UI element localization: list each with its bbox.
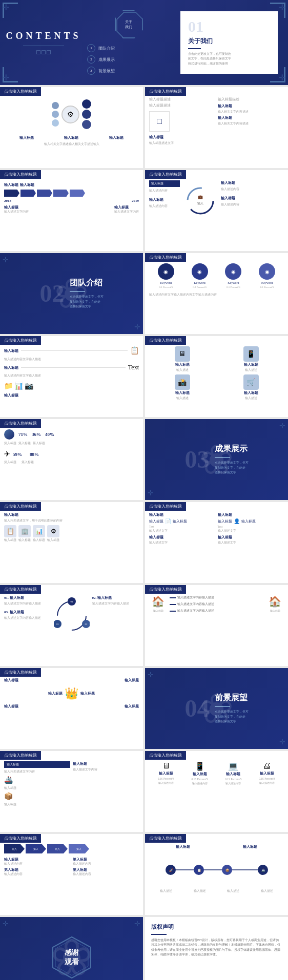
label-1-title: 输入标题 bbox=[19, 135, 34, 140]
label-3-title: 输入标题 bbox=[109, 135, 124, 140]
7b-c2-l: 输入标题 bbox=[218, 519, 232, 524]
right-desc1: 输入描述内容 bbox=[221, 187, 252, 191]
tt-3: 第入标题 输入描述内容 bbox=[4, 868, 71, 876]
deco-04-br: ✛ bbox=[279, 738, 285, 746]
row-3: 点击输入您的标题 输入标题 输入标题 2018 2019 输入标题 bbox=[0, 170, 288, 251]
year-input-labels: 输入标题 输入描述文字内容 输入标题 输入描述文字内容 bbox=[4, 205, 139, 214]
cr3 bbox=[82, 120, 91, 129]
7b-c4: 输入标题 输入描述文字 bbox=[218, 535, 284, 545]
dev2-icon: 📱 bbox=[195, 761, 205, 771]
kw-circle-3: ◉ bbox=[225, 263, 241, 280]
card2-desc: 输入描述 bbox=[245, 368, 257, 372]
7b-c2-row: 输入标题 👤 输入标题 bbox=[218, 518, 284, 524]
ta1-label: 输入 bbox=[12, 847, 17, 850]
slide-6a: 点击输入您的标题 71% 36% 40% 第入标题 第入标题 第入标题 ✈ 59… bbox=[0, 419, 143, 500]
card3-desc: 输入描述 bbox=[176, 397, 189, 400]
about-us-panel: 01 关于我们 点击此处更改文字，也可复制您的文字，在此处选择只保留文字格式进行… bbox=[180, 11, 278, 74]
col2-title2: 输入标题 bbox=[218, 115, 284, 120]
menu-label-2: 成果展示 bbox=[98, 57, 115, 62]
cr1 bbox=[82, 99, 91, 109]
slide-10a: 点击输入您的标题 输入标题 输入相关描述文字内容 🚢 输入标题 📦 输入标题 输… bbox=[0, 751, 143, 832]
card-2: 📱 输入标题 输入描述 bbox=[218, 346, 284, 372]
deco-03-bl: ✛ bbox=[148, 489, 154, 497]
ta1: 输入 bbox=[4, 844, 25, 853]
8a-02-desc: 输入描述文字内容输入描述 bbox=[92, 602, 139, 606]
bg-pattern-04: ❀ bbox=[145, 668, 288, 749]
7a-main-desc: 输入相关描述文字，用于说明此图标的内容 bbox=[4, 519, 139, 523]
ir2-line bbox=[21, 367, 126, 368]
bg-flower-04: ❀ bbox=[199, 685, 234, 733]
row-10: 点击输入您的标题 输入标题 输入相关描述文字内容 🚢 输入标题 📦 输入标题 输… bbox=[0, 751, 288, 832]
icon-row-1: 输入标题 📋 bbox=[4, 346, 139, 355]
7b-c1-r: 输入标题 bbox=[173, 519, 187, 524]
octagon-shape: 关于我们 bbox=[115, 10, 143, 38]
octagon-label: 关于我们 bbox=[125, 19, 132, 30]
8a-02-label: 02. 输入标题 bbox=[92, 595, 139, 600]
stat-pct-1: 71% bbox=[18, 432, 28, 437]
7b-c1-l: 输入标题 bbox=[149, 519, 163, 524]
icon-items: 📁 📊 📷 bbox=[4, 382, 139, 390]
slide-11b-header: 点击输入您的标题 bbox=[145, 834, 186, 843]
slide-8a: 点击输入您的标题 01. 输入标题 输入描述文字内容输入描述 03. 输入标题 … bbox=[0, 585, 143, 666]
slide-contents: ✛ ✛ ✛ ✛ CONTENTS 关于我们 1 团队介绍 2 bbox=[0, 0, 288, 85]
col2: 输入标题描述 输入标题 输入相关文字内容描述 输入标题 输入相关文字内容描述 bbox=[218, 97, 284, 145]
svg-text:🚀: 🚀 bbox=[169, 868, 173, 872]
slide-keywords-header: 点击输入您的标题 bbox=[145, 253, 186, 262]
8a-left: 01. 输入标题 输入描述文字内容输入描述 03. 输入标题 输入描述文字内容输… bbox=[4, 595, 51, 636]
10a-desc1: 输入相关描述文字内容 bbox=[4, 770, 70, 774]
ir1-line bbox=[21, 350, 128, 351]
kw-circle-1: ◉ bbox=[158, 263, 174, 280]
list-dash-3 bbox=[170, 611, 176, 612]
8b-right: 🏠 输入标题 bbox=[266, 595, 284, 613]
svg-text:输入: 输入 bbox=[197, 202, 203, 205]
thanks-line2: 观看 bbox=[65, 957, 79, 967]
7b-c1: 输入标题 输入标题 📄 输入标题 Text 输入描述文字 bbox=[149, 512, 216, 533]
ta3: 第入 bbox=[47, 844, 68, 853]
thanks-text-content: 感谢 观看 bbox=[65, 948, 79, 967]
9a-l1: 输入标题 bbox=[4, 678, 18, 683]
circles-left bbox=[52, 102, 59, 127]
c2 bbox=[52, 111, 59, 118]
card2-icon: 📱 bbox=[243, 346, 259, 362]
dev-2: 📱 输入标题 0.1S Percent/S 输入描述内容 bbox=[191, 761, 208, 785]
stat-label-2: 第入标题 第入标题 bbox=[4, 461, 139, 464]
11b-titles: 输入标题 输入标题 bbox=[149, 844, 284, 849]
stat-pct-5: 88% bbox=[30, 452, 39, 457]
11b-t2: 输入标题 bbox=[243, 844, 257, 849]
slide-2a: 点击输入您的标题 ⚙ 输入标题 bbox=[0, 87, 143, 168]
col2-title: 输入标题 bbox=[218, 103, 284, 109]
8b-left: 🏠 输入标题 bbox=[149, 595, 167, 613]
8b-right-desc: 输入标题 bbox=[270, 609, 280, 612]
copyright-divider bbox=[151, 934, 167, 935]
menu-item-1: 1 团队介绍 bbox=[87, 44, 170, 52]
7a-i2-label: 输入标题 bbox=[18, 538, 31, 542]
circles-right bbox=[82, 99, 91, 129]
home-icon-2: 🏠 bbox=[269, 595, 281, 608]
tt1-t: 输入标题 bbox=[4, 858, 71, 862]
kw-label-1: Keyword bbox=[160, 281, 172, 284]
dev2-label: 输入标题 bbox=[193, 772, 207, 777]
slide-5b: 点击输入您的标题 🖥 输入标题 输入描述 📱 输入标题 输入描述 📸 输入标题 … bbox=[145, 336, 288, 417]
card-1: 🖥 输入标题 输入描述 bbox=[149, 346, 215, 372]
slide-2a-header: 点击输入您的标题 bbox=[0, 87, 41, 96]
cross-deco-tr: ✛ bbox=[279, 3, 285, 12]
icon-item-3: 📷 bbox=[25, 382, 33, 390]
11b-circles: 🚀 📋 📦 🚢 bbox=[149, 852, 284, 888]
about-title: 关于我们 bbox=[188, 37, 270, 46]
7b-c1-d: Text bbox=[149, 525, 216, 528]
dev-1: 🖥 输入标题 0.1S Percent/S 输入描述内容 bbox=[158, 761, 174, 785]
dev2-desc: 输入描述内容 bbox=[192, 782, 208, 785]
col2-desc2: 输入相关文字内容描述 bbox=[218, 122, 284, 126]
10a-desc2: 输入标题 bbox=[4, 786, 70, 790]
right-title1: 输入标题 bbox=[221, 180, 252, 185]
slide-5b-grid: 🖥 输入标题 输入描述 📱 输入标题 输入描述 📸 输入标题 输入描述 🛒 输入… bbox=[145, 336, 288, 404]
card3-icon: 📸 bbox=[175, 374, 190, 390]
deco-03-tr: ✛ bbox=[279, 422, 285, 430]
ir2-desc: 输入描述内容文字输入描述 bbox=[4, 374, 139, 378]
7a-icon-row: 📋 输入标题 🏢 输入标题 📊 输入标题 ⚙ 输入标题 bbox=[4, 525, 139, 542]
list-dash-1 bbox=[170, 597, 176, 598]
pattern-grid bbox=[36, 50, 51, 54]
arrow-4 bbox=[53, 190, 69, 197]
7b-c4-d: 输入描述文字 bbox=[218, 541, 284, 545]
stats-row-1: 71% 36% 40% bbox=[4, 429, 139, 440]
